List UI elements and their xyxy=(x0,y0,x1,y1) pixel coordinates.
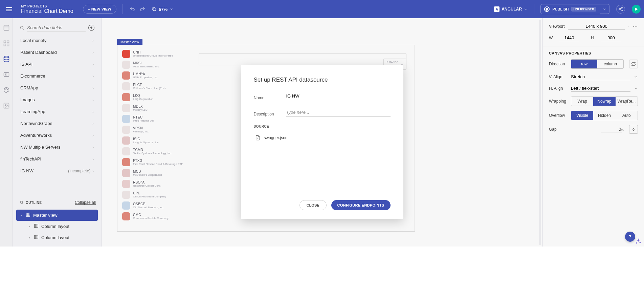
chevron-down-icon xyxy=(603,7,607,11)
new-view-button[interactable]: + NEW VIEW xyxy=(83,5,116,14)
swagger-file-row[interactable]: swagger.json xyxy=(254,133,391,143)
divider xyxy=(123,4,123,14)
name-label: Name xyxy=(254,95,283,100)
file-upload-icon xyxy=(255,135,261,141)
swagger-filename: swagger.json xyxy=(264,135,288,140)
play-icon xyxy=(634,7,639,12)
sparkle-icon xyxy=(635,238,642,245)
svg-point-5 xyxy=(619,8,620,10)
divider xyxy=(534,4,534,14)
modal-title: Set up REST API datasource xyxy=(254,77,391,83)
share-icon xyxy=(618,7,623,12)
project-title-block: MY PROJECTS Financial Chart Demo xyxy=(21,4,73,14)
svg-line-8 xyxy=(620,9,621,10)
app-header: MY PROJECTS Financial Chart Demo + NEW V… xyxy=(0,0,644,18)
redo-button[interactable] xyxy=(139,6,146,13)
project-name: Financial Chart Demo xyxy=(21,8,73,14)
undo-button[interactable] xyxy=(129,6,136,13)
hamburger-icon xyxy=(6,7,12,11)
svg-point-6 xyxy=(621,10,623,11)
breadcrumb-my-projects[interactable]: MY PROJECTS xyxy=(21,4,73,8)
chevron-down-icon xyxy=(524,7,528,11)
svg-marker-9 xyxy=(635,7,638,10)
configure-endpoints-button[interactable]: CONFIGURE ENDPOINTS xyxy=(331,200,391,210)
framework-label: ANGULAR xyxy=(502,7,522,12)
description-label: Description xyxy=(254,112,283,116)
modal-overlay[interactable]: Set up REST API datasource Name Descript… xyxy=(0,18,644,247)
zoom-level: 67% xyxy=(159,7,168,12)
name-input[interactable] xyxy=(286,92,391,100)
undo-icon xyxy=(129,6,135,12)
preview-button[interactable] xyxy=(632,5,641,14)
menu-button[interactable] xyxy=(5,5,13,13)
zoom-control[interactable]: 67% xyxy=(151,6,174,12)
zoom-icon xyxy=(151,6,157,12)
publish-button[interactable]: PUBLISH UNLICENSED xyxy=(540,4,600,14)
github-icon xyxy=(544,6,550,12)
svg-line-7 xyxy=(620,8,621,9)
angular-logo-icon: A xyxy=(494,6,499,12)
framework-select[interactable]: A ANGULAR xyxy=(494,6,528,12)
chevron-down-icon xyxy=(170,7,174,11)
license-badge: UNLICENSED xyxy=(571,7,596,12)
help-button[interactable]: ? xyxy=(625,232,635,242)
source-label: SOURCE xyxy=(254,125,391,128)
publish-more-button[interactable] xyxy=(600,4,609,14)
ai-assist-button[interactable] xyxy=(635,238,642,245)
svg-point-4 xyxy=(621,7,623,8)
publish-label: PUBLISH xyxy=(552,7,569,11)
close-button[interactable]: CLOSE xyxy=(299,200,327,210)
redo-icon xyxy=(139,6,146,12)
share-button[interactable] xyxy=(616,5,625,14)
svg-line-3 xyxy=(155,10,156,11)
description-input[interactable] xyxy=(286,108,391,116)
rest-api-modal: Set up REST API datasource Name Descript… xyxy=(241,65,403,219)
